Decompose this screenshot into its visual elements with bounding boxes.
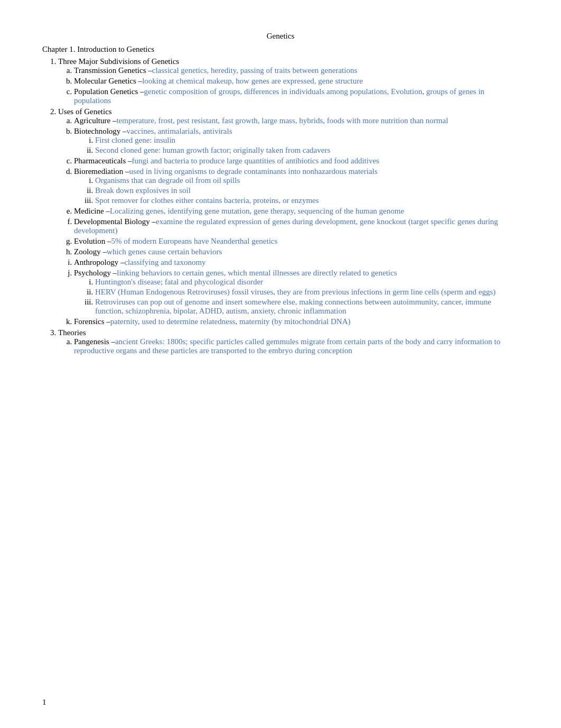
list-item-2j: Psychology –linking behaviors to certain… <box>74 269 519 316</box>
biorem-items: Organisms that can degrade oil from oil … <box>95 176 519 205</box>
list-item-2b-i: First cloned gene: insulin <box>95 136 519 145</box>
list-item-2j-ii: HERV (Human Endogenous Retroviruses) fos… <box>95 288 519 297</box>
list-item-3a: Pangenesis –ancient Greeks: 1800s; speci… <box>74 337 519 355</box>
psych-items: Huntington's disease; fatal and phycolog… <box>95 278 519 316</box>
label-2g: Evolution – <box>74 237 111 245</box>
detail-1b: looking at chemical makeup, how genes ar… <box>142 77 363 85</box>
list-item-2i: Anthropology –classifying and taxonomy <box>74 258 519 267</box>
biotech-i: First cloned gene: insulin <box>95 136 175 144</box>
psych-i: Huntington's disease; fatal and phycolog… <box>95 278 263 286</box>
list-item-2f: Developmental Biology –examine the regul… <box>74 217 519 235</box>
list-item-2d-iii: Spot remover for clothes either contains… <box>95 196 519 205</box>
detail-2i: classifying and taxonomy <box>124 258 205 266</box>
page-number-text: 1 <box>42 698 46 706</box>
section-2-subsections: Agriculture –temperature, frost, pest re… <box>74 116 519 326</box>
biorem-ii: Break down explosives in soil <box>95 186 191 195</box>
section-1-subsections: Transmission Genetics –classical genetic… <box>74 66 519 105</box>
list-item-2g: Evolution –5% of modern Europeans have N… <box>74 237 519 246</box>
detail-2g: 5% of modern Europeans have Neanderthal … <box>111 237 277 245</box>
section-1-label: Three Major Subdivisions of Genetics <box>58 57 179 66</box>
label-2j: Psychology – <box>74 269 117 277</box>
detail-3a: ancient Greeks: 1800s; specific particle… <box>74 337 500 355</box>
label-2k: Forensics – <box>74 317 110 326</box>
list-item-2d: Bioremediation –used in living organisms… <box>74 167 519 205</box>
chapter-heading: Chapter 1. Introduction to Genetics <box>42 45 519 54</box>
list-item-1c: Population Genetics –genetic composition… <box>74 87 519 105</box>
page-number: 1 <box>42 698 46 707</box>
detail-2b: vaccines, antimalarials, antivirals <box>127 127 232 135</box>
label-2f: Developmental Biology – <box>74 217 156 226</box>
list-item-2j-iii: Retroviruses can pop out of genome and i… <box>95 298 519 316</box>
title-text: Genetics <box>267 32 294 40</box>
page-title: Genetics <box>42 32 519 41</box>
list-item-2h: Zoology –which genes cause certain behav… <box>74 247 519 256</box>
list-item-2k: Forensics –paternity, used to determine … <box>74 317 519 326</box>
section-3-subsections: Pangenesis –ancient Greeks: 1800s; speci… <box>74 337 519 355</box>
list-item-2e: Medicine –Localizing genes, identifying … <box>74 207 519 216</box>
list-item-2b: Biotechnology –vaccines, antimalarials, … <box>74 127 519 155</box>
label-1b: Molecular Genetics – <box>74 77 142 85</box>
list-item-2j-i: Huntington's disease; fatal and phycolog… <box>95 278 519 287</box>
label-2e: Medicine – <box>74 207 110 215</box>
list-item-2d-ii: Break down explosives in soil <box>95 186 519 195</box>
detail-2h: which genes cause certain behaviors <box>107 247 222 256</box>
detail-2a: temperature, frost, pest resistant, fast… <box>116 116 448 125</box>
section-3-label: Theories <box>58 328 86 337</box>
label-1a: Transmission Genetics – <box>74 66 152 75</box>
main-list: Three Major Subdivisions of Genetics Tra… <box>58 57 519 355</box>
detail-2e: Localizing genes, identifying gene mutat… <box>110 207 404 215</box>
psych-iii: Retroviruses can pop out of genome and i… <box>95 298 491 315</box>
biorem-iii: Spot remover for clothes either contains… <box>95 196 319 205</box>
detail-2j: linking behaviors to certain genes, whic… <box>117 269 397 277</box>
detail-1a: classical genetics, heredity, passing of… <box>152 66 357 75</box>
biorem-i: Organisms that can degrade oil from oil … <box>95 176 240 185</box>
label-3a: Pangenesis – <box>74 337 115 346</box>
detail-2c: fungi and bacteria to produce large quan… <box>132 156 379 165</box>
detail-2d: used in living organisms to degrade cont… <box>129 167 378 176</box>
label-2a: Agriculture – <box>74 116 116 125</box>
psych-ii: HERV (Human Endogenous Retroviruses) fos… <box>95 288 495 296</box>
list-item-3: Theories Pangenesis –ancient Greeks: 180… <box>58 328 519 355</box>
list-item-2a: Agriculture –temperature, frost, pest re… <box>74 116 519 125</box>
list-item-1: Three Major Subdivisions of Genetics Tra… <box>58 57 519 105</box>
section-2-label: Uses of Genetics <box>58 107 112 116</box>
detail-2k: paternity, used to determine relatedness… <box>110 317 351 326</box>
list-item-1b: Molecular Genetics –looking at chemical … <box>74 77 519 86</box>
label-2i: Anthropology – <box>74 258 124 266</box>
chapter-text: Chapter 1. Introduction to Genetics <box>42 45 154 53</box>
list-item-2c: Pharmaceuticals –fungi and bacteria to p… <box>74 156 519 165</box>
label-2b: Biotechnology – <box>74 127 127 135</box>
label-1c: Population Genetics – <box>74 87 144 96</box>
list-item-1a: Transmission Genetics –classical genetic… <box>74 66 519 75</box>
label-2h: Zoology – <box>74 247 107 256</box>
biotech-ii: Second cloned gene: human growth factor;… <box>95 146 330 154</box>
label-2d: Bioremediation – <box>74 167 129 176</box>
list-item-2: Uses of Genetics Agriculture –temperatur… <box>58 107 519 326</box>
label-2c: Pharmaceuticals – <box>74 156 132 165</box>
list-item-2b-ii: Second cloned gene: human growth factor;… <box>95 146 519 155</box>
biotech-items: First cloned gene: insulin Second cloned… <box>95 136 519 155</box>
list-item-2d-i: Organisms that can degrade oil from oil … <box>95 176 519 185</box>
